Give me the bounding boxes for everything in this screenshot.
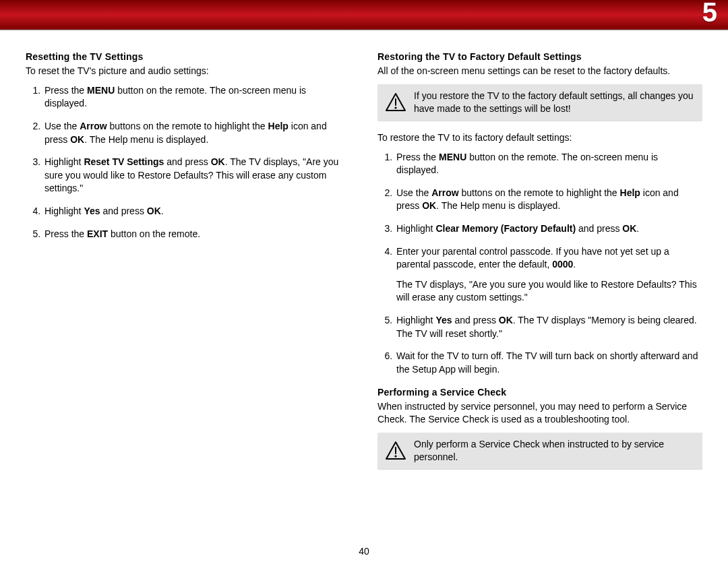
warning-text: If you restore the TV to the factory def… [414, 90, 694, 115]
list-item: Highlight Yes and press OK. [43, 205, 351, 218]
service-check-intro: When instructed by service personnel, yo… [377, 400, 702, 426]
left-column: Resetting the TV Settings To reset the T… [26, 51, 351, 480]
warning-box-restore: If you restore the TV to the factory def… [377, 84, 702, 121]
reset-steps-list: Press the MENU button on the remote. The… [26, 84, 351, 241]
list-item: Wait for the TV to turn off. The TV will… [395, 350, 702, 376]
list-item: Press the MENU button on the remote. The… [395, 151, 702, 177]
list-item: Enter your parental control passcode. If… [395, 245, 702, 305]
chapter-header: 5 [0, 0, 728, 30]
chapter-number: 5 [702, 0, 717, 28]
list-item: Use the Arrow buttons on the remote to h… [43, 120, 351, 146]
factory-default-intro2: To restore the TV to its factory default… [377, 131, 702, 144]
warning-box-service: Only perform a Service Check when instru… [377, 433, 702, 469]
right-column: Restoring the TV to Factory Default Sett… [377, 51, 702, 480]
warning-text: Only perform a Service Check when instru… [414, 438, 694, 464]
page-number: 40 [0, 546, 728, 557]
list-item: Use the Arrow buttons on the remote to h… [395, 187, 702, 213]
svg-point-3 [394, 455, 396, 457]
factory-default-heading: Restoring the TV to Factory Default Sett… [377, 51, 702, 62]
content-columns: Resetting the TV Settings To reset the T… [0, 30, 728, 480]
factory-default-intro: All of the on-screen menu settings can b… [377, 65, 702, 77]
warning-icon [386, 441, 406, 460]
reset-settings-heading: Resetting the TV Settings [26, 51, 351, 62]
service-check-heading: Performing a Service Check [377, 387, 702, 398]
list-item: Press the MENU button on the remote. The… [43, 84, 351, 111]
list-item: Highlight Clear Memory (Factory Default)… [395, 222, 702, 236]
svg-point-1 [394, 106, 396, 108]
list-item: Highlight Reset TV Settings and press OK… [43, 156, 351, 195]
list-item: Press the EXIT button on the remote. [43, 228, 351, 241]
factory-default-steps: Press the MENU button on the remote. The… [377, 151, 702, 377]
list-item: Highlight Yes and press OK. The TV displ… [395, 314, 702, 340]
warning-icon [386, 93, 406, 112]
reset-settings-intro: To reset the TV's picture and audio sett… [26, 65, 351, 77]
